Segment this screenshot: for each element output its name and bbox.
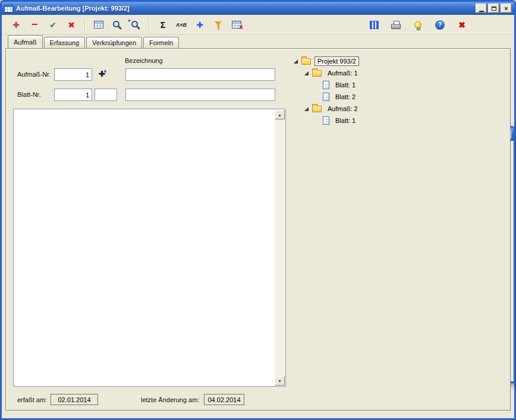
document-icon bbox=[323, 116, 329, 125]
blatt-nr-label: Blatt-Nr. bbox=[17, 91, 41, 98]
main-window-title: Aufmaß-Bearbeitung [Projekt: 993/2] bbox=[16, 5, 476, 12]
modified-label: letzte Änderung am: bbox=[141, 396, 199, 403]
tree-item-aufma-1[interactable]: Aufmaß: 1 bbox=[291, 67, 508, 79]
screen: Aufmaß-Bearbeitung [Projekt: 993/2] × ✚−… bbox=[0, 0, 516, 420]
tabpage-aufmass: Bezeichnung Aufmaß-Nr. ✚ Blatt-Nr. ▲ ▼ P… bbox=[5, 48, 511, 410]
main-window: Aufmaß-Bearbeitung [Projekt: 993/2] × ✚−… bbox=[0, 0, 516, 420]
filter-icon[interactable] bbox=[211, 18, 225, 32]
statistics-icon[interactable] bbox=[367, 18, 381, 32]
tree-item-label[interactable]: Blatt: 1 bbox=[333, 81, 358, 89]
formula-icon[interactable]: A×B bbox=[174, 18, 188, 32]
toolbar-right: ?✖ bbox=[367, 18, 514, 32]
help-icon: ? bbox=[435, 20, 445, 30]
tree-item-blatt-1[interactable]: Blatt: 1 bbox=[291, 115, 508, 127]
app-icon bbox=[4, 5, 13, 12]
help-icon[interactable]: ? bbox=[433, 18, 447, 32]
table-view-icon bbox=[94, 21, 103, 29]
blatt-nr-input[interactable] bbox=[54, 89, 92, 101]
aufmass-text-area[interactable]: ▲ ▼ bbox=[13, 109, 286, 387]
folder-icon bbox=[312, 106, 322, 112]
tree-item-label[interactable]: Aufmaß: 1 bbox=[325, 69, 360, 77]
expand-triangle-icon[interactable] bbox=[294, 59, 298, 64]
created-label: erfaßt am: bbox=[17, 396, 47, 403]
toolbar-left: ✚−✔✖ΣA×B✚ bbox=[2, 18, 244, 32]
tree-item-label[interactable]: Blatt: 1 bbox=[333, 116, 358, 125]
bezeichnung-label: Bezeichnung bbox=[125, 57, 163, 64]
scroll-down-button[interactable]: ▼ bbox=[275, 376, 285, 386]
add-record-icon[interactable]: ✚ bbox=[9, 18, 23, 32]
hint-icon[interactable] bbox=[411, 18, 425, 32]
delete-table-icon[interactable] bbox=[229, 18, 244, 32]
search-icon[interactable] bbox=[110, 18, 124, 32]
main-toolbar: ✚−✔✖ΣA×B✚ ?✖ bbox=[2, 15, 514, 35]
restore-icon bbox=[492, 7, 496, 11]
filter-icon bbox=[215, 21, 222, 26]
restore-button[interactable] bbox=[488, 4, 499, 13]
table-view-icon[interactable] bbox=[92, 18, 106, 32]
statistics-icon bbox=[370, 21, 379, 29]
exit-icon[interactable]: ✖ bbox=[455, 18, 469, 32]
cancel-icon[interactable]: ✖ bbox=[64, 18, 78, 32]
aufmass-nr-input[interactable] bbox=[54, 68, 92, 81]
toolbar-separator bbox=[149, 18, 150, 31]
aufmass-nr-label: Aufmaß-Nr. bbox=[17, 71, 51, 78]
expand-triangle-icon[interactable] bbox=[304, 107, 309, 111]
vertical-scrollbar[interactable]: ▲ ▼ bbox=[275, 110, 285, 386]
tree-item-blatt-2[interactable]: Blatt: 2 bbox=[291, 91, 508, 103]
insert-icon[interactable]: ✚ bbox=[193, 18, 207, 32]
tree-item-label[interactable]: Projekt 993/2 bbox=[314, 56, 359, 66]
delete-record-icon[interactable]: − bbox=[27, 18, 42, 32]
tree-item-projekt-993-2[interactable]: Projekt 993/2 bbox=[291, 55, 508, 67]
window-controls: × bbox=[476, 4, 512, 13]
bezeichnung-input-2[interactable] bbox=[125, 89, 275, 101]
document-icon bbox=[323, 93, 329, 101]
modified-value: 04.02.2014 bbox=[204, 394, 244, 405]
tree-item-label[interactable]: Aufmaß: 2 bbox=[325, 105, 360, 113]
main-titlebar[interactable]: Aufmaß-Bearbeitung [Projekt: 993/2] × bbox=[2, 2, 514, 15]
toolbar-separator bbox=[84, 18, 86, 31]
minimize-icon bbox=[479, 11, 484, 12]
tree-item-blatt-1[interactable]: Blatt: 1 bbox=[291, 79, 508, 91]
tree-item-label[interactable]: Blatt: 2 bbox=[333, 93, 358, 101]
print-icon bbox=[391, 24, 401, 29]
print-icon[interactable] bbox=[389, 18, 403, 32]
delete-table-icon bbox=[232, 21, 241, 29]
folder-icon bbox=[312, 70, 322, 77]
hint-icon bbox=[414, 21, 421, 29]
scroll-up-button[interactable]: ▲ bbox=[275, 110, 285, 119]
minimize-button[interactable] bbox=[476, 4, 487, 13]
save-icon[interactable]: ✔ bbox=[46, 18, 60, 32]
close-button[interactable]: × bbox=[501, 4, 512, 13]
bezeichnung-input-1[interactable] bbox=[125, 68, 275, 81]
search-goto-icon[interactable] bbox=[128, 18, 143, 32]
document-icon bbox=[323, 81, 329, 89]
folder-icon bbox=[301, 58, 311, 65]
sum-icon[interactable]: Σ bbox=[156, 18, 170, 32]
tabstrip: Aufmaß Erfassung Verknüpfungen Formeln bbox=[5, 35, 180, 48]
project-tree: Projekt 993/2Aufmaß: 1Blatt: 1Blatt: 2Au… bbox=[291, 55, 508, 127]
tab-verknuepfungen[interactable]: Verknüpfungen bbox=[86, 37, 142, 48]
tab-aufmass[interactable]: Aufmaß bbox=[8, 35, 43, 48]
search-icon bbox=[113, 21, 119, 27]
tree-item-aufma-2[interactable]: Aufmaß: 2 bbox=[291, 103, 508, 115]
blatt-nr-input-2[interactable] bbox=[95, 89, 117, 101]
tab-erfassung[interactable]: Erfassung bbox=[44, 37, 86, 48]
expand-triangle-icon[interactable] bbox=[304, 71, 309, 75]
search-goto-icon bbox=[131, 21, 138, 27]
add-aufmass-icon[interactable]: ✚ bbox=[97, 69, 107, 79]
created-value: 02.01.2014 bbox=[51, 394, 98, 405]
tab-formeln[interactable]: Formeln bbox=[143, 37, 179, 48]
